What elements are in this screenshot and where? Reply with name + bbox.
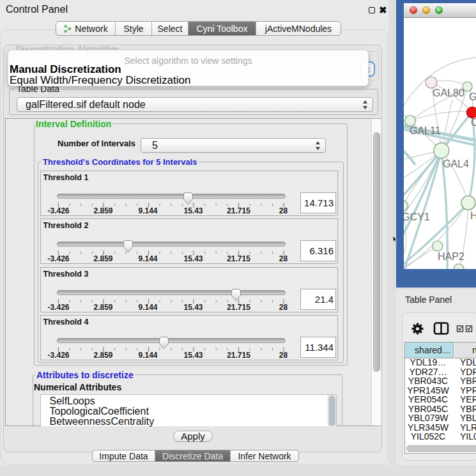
svg-text:GCY1: GCY1: [404, 211, 430, 222]
svg-text:GA: GA: [469, 91, 476, 102]
svg-text:GAL80: GAL80: [433, 88, 464, 98]
svg-text:GAL4: GAL4: [443, 158, 469, 169]
svg-text:C: C: [471, 117, 476, 128]
svg-text:HAP2: HAP2: [438, 251, 464, 262]
svg-text:GAL11: GAL11: [410, 125, 441, 136]
svg-text:HA: HA: [470, 210, 476, 221]
